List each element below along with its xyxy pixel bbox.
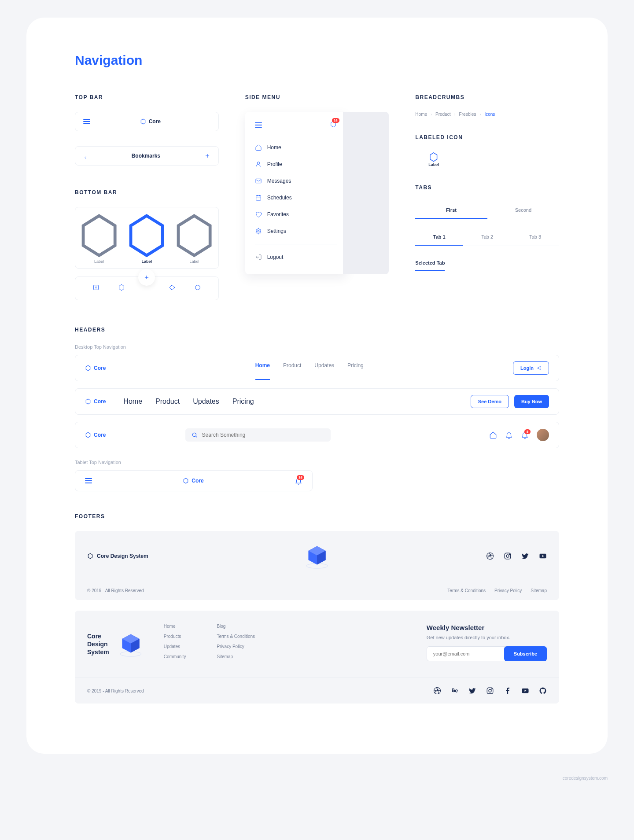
login-button[interactable]: Login: [513, 361, 549, 375]
youtube-icon[interactable]: [539, 552, 547, 560]
sidebar-item-settings[interactable]: Settings: [255, 223, 337, 239]
facebook-icon[interactable]: [504, 687, 512, 695]
footer-link[interactable]: Products: [164, 634, 186, 639]
circle-icon[interactable]: [185, 284, 210, 293]
nav-pricing[interactable]: Pricing: [347, 362, 364, 374]
footer-link[interactable]: Updates: [164, 644, 186, 649]
footer-link[interactable]: Sitemap: [217, 654, 255, 659]
diamond-icon[interactable]: [159, 284, 185, 293]
brand-text: Core: [192, 478, 203, 484]
breadcrumb-link[interactable]: Freebies: [459, 112, 476, 117]
nav-product[interactable]: Product: [283, 362, 301, 374]
bell-icon-button[interactable]: [505, 431, 513, 439]
github-icon[interactable]: [539, 687, 547, 695]
svg-line-18: [195, 436, 197, 438]
bottom-bar-item[interactable]: Label: [170, 212, 218, 264]
tab-second[interactable]: Second: [487, 202, 559, 219]
bell-badge-icon-button[interactable]: 8: [521, 431, 529, 439]
notification-hex[interactable]: 16: [330, 121, 337, 129]
badge-count: 16: [332, 118, 339, 123]
bell-icon-button[interactable]: 16: [295, 477, 302, 485]
footer-link[interactable]: Blog: [217, 624, 255, 629]
footer-simple: Core Design System © 2019 - All Rights R…: [75, 531, 559, 600]
nav-home[interactable]: Home: [255, 362, 270, 380]
menu-icon[interactable]: [255, 122, 262, 128]
bottom-bar-item[interactable]: Label: [123, 212, 170, 264]
behance-icon[interactable]: [451, 687, 459, 695]
newsletter-subtitle: Get new updates directly to your inbox.: [427, 635, 547, 640]
footer-link[interactable]: Home: [164, 624, 186, 629]
footer-link[interactable]: Sitemap: [531, 588, 547, 593]
footer-link[interactable]: Terms & Conditions: [217, 634, 255, 639]
footer-link[interactable]: Privacy Policy: [217, 644, 255, 649]
sidebar-item-schedules[interactable]: Schedules: [255, 189, 337, 206]
section-footers: FOOTERS: [75, 513, 559, 519]
hexagon-icon: [140, 118, 146, 125]
hexagon-icon: [75, 212, 123, 259]
tab-3[interactable]: Tab 3: [511, 229, 559, 246]
avatar[interactable]: [537, 429, 549, 441]
breadcrumb-link[interactable]: Product: [435, 112, 450, 117]
bottom-bar-item[interactable]: Label: [75, 212, 123, 264]
newsletter-title: Weekly Newsletter: [427, 624, 547, 631]
labeled-icon-text: Label: [428, 162, 439, 167]
nav-updates[interactable]: Updates: [193, 398, 219, 405]
hexagon-icon[interactable]: [109, 284, 134, 293]
bottom-bar-label: Label: [75, 259, 123, 264]
twitter-icon[interactable]: [468, 687, 476, 695]
search-input[interactable]: [202, 432, 324, 438]
instagram-icon[interactable]: [504, 552, 512, 560]
footer-link[interactable]: Terms & Conditions: [447, 588, 486, 593]
sidebar-item-label: Messages: [267, 178, 291, 184]
buy-now-button[interactable]: Buy Now: [514, 395, 549, 408]
breadcrumb-link[interactable]: Home: [415, 112, 427, 117]
nav-updates[interactable]: Updates: [314, 362, 334, 374]
email-input[interactable]: [427, 646, 506, 661]
home-icon-button[interactable]: [489, 431, 497, 439]
header-brand[interactable]: Core: [85, 432, 106, 438]
header-brand[interactable]: Core: [85, 365, 106, 371]
top-bar-simple: Core: [75, 112, 219, 131]
tab-selected[interactable]: Selected Tab: [415, 256, 445, 271]
twitter-icon[interactable]: [521, 552, 529, 560]
chevron-left-icon[interactable]: [83, 154, 88, 158]
fab-button[interactable]: [138, 269, 155, 286]
svg-rect-9: [256, 179, 261, 183]
footer-link[interactable]: Privacy Policy: [494, 588, 522, 593]
sidebar-item-messages[interactable]: Messages: [255, 173, 337, 189]
dribbble-icon[interactable]: [433, 687, 441, 695]
see-demo-button[interactable]: See Demo: [471, 395, 509, 408]
sidebar-item-home[interactable]: Home: [255, 139, 337, 156]
footer-link[interactable]: Community: [164, 654, 186, 659]
svg-point-8: [257, 162, 259, 164]
plus-icon[interactable]: [204, 153, 210, 159]
subscribe-button[interactable]: Subscribe: [504, 646, 547, 661]
section-labeled-icon: LABELED ICON: [415, 134, 559, 140]
footer-link-col: Home Products Updates Community: [164, 624, 186, 664]
labeled-icon[interactable]: Label: [428, 152, 439, 167]
square-x-icon[interactable]: [83, 284, 109, 293]
nav-pricing[interactable]: Pricing: [232, 398, 254, 405]
calendar-icon: [255, 194, 262, 201]
menu-icon[interactable]: [83, 119, 90, 124]
nav-product[interactable]: Product: [155, 398, 180, 405]
logout-icon: [255, 254, 262, 261]
sidebar-item-profile[interactable]: Profile: [255, 156, 337, 173]
tab-first[interactable]: First: [415, 202, 487, 219]
tab-1[interactable]: Tab 1: [415, 229, 463, 246]
header-tablet: Core 16: [75, 470, 313, 491]
badge-count: 16: [297, 475, 304, 480]
sidebar-item-favorites[interactable]: Favorites: [255, 206, 337, 223]
brand-text: Core: [149, 118, 161, 125]
header-brand[interactable]: Core: [85, 398, 106, 405]
dribbble-icon[interactable]: [486, 552, 494, 560]
menu-icon[interactable]: [85, 478, 92, 483]
sidebar-item-logout[interactable]: Logout: [255, 249, 337, 265]
nav-home[interactable]: Home: [123, 398, 142, 405]
search-box[interactable]: [185, 428, 331, 442]
tab-2[interactable]: Tab 2: [463, 229, 511, 246]
breadcrumb: Home › Product › Freebies › Icons: [415, 112, 559, 117]
instagram-icon[interactable]: [486, 687, 494, 695]
bottom-bar-label: Label: [123, 259, 170, 264]
youtube-icon[interactable]: [521, 687, 529, 695]
